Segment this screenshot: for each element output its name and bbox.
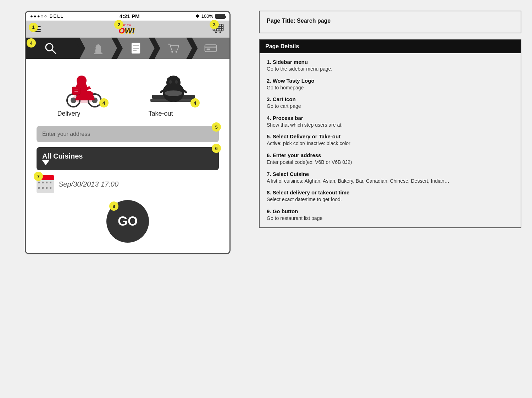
detail-title: 3. Cart Icon <box>267 96 514 102</box>
detail-item: 8. Select delivery or takeout timeSelect… <box>267 189 514 203</box>
badge-7: 7 <box>34 172 43 181</box>
payment-step-icon <box>204 43 217 53</box>
svg-point-15 <box>94 52 102 54</box>
detail-desc: Select exact date/time to get food. <box>267 196 514 203</box>
status-bar: ●●●○○ BELL 4:21 PM ✱ 100% <box>26 12 229 21</box>
status-right: ✱ 100% <box>195 13 225 19</box>
svg-point-20 <box>171 51 173 53</box>
detail-item: 6. Enter your addressEnter postal code(e… <box>267 152 514 166</box>
svg-point-14 <box>97 44 100 48</box>
cart-step-icon <box>167 43 179 54</box>
detail-desc: Enter postal code(ex: V6B or V6B 0J2) <box>267 159 514 166</box>
svg-point-44 <box>175 80 178 84</box>
svg-point-9 <box>220 32 221 33</box>
svg-line-11 <box>52 50 56 54</box>
datetime-row: 7 <box>37 175 219 193</box>
page-title: Page Title: Search page <box>267 18 331 24</box>
detail-desc: Go to homepage <box>267 84 514 92</box>
detail-desc: Go to cart page <box>267 103 514 110</box>
cal-dot <box>46 187 48 189</box>
detail-item: 3. Cart IconGo to cart page <box>267 96 514 110</box>
badge-8: 8 <box>109 201 118 211</box>
dropdown-arrow-icon <box>42 160 49 165</box>
svg-rect-22 <box>205 45 217 52</box>
cart-button[interactable]: 3 <box>212 23 224 35</box>
page-details-header: Page Details <box>260 40 521 53</box>
svg-rect-24 <box>207 49 210 50</box>
header-bar: 1 2 BETA OW! 3 <box>26 21 229 38</box>
process-step-payment[interactable] <box>192 38 229 59</box>
badge-4b: 4 <box>99 98 109 107</box>
detail-desc: Active: pick color/ Inactive: black colo… <box>267 140 514 147</box>
detail-item: 5. Select Delivery or Take-outActive: pi… <box>267 133 514 147</box>
phone-frame: ●●●○○ BELL 4:21 PM ✱ 100% 1 2 BETA <box>25 11 231 254</box>
svg-point-42 <box>166 76 181 90</box>
svg-point-45 <box>165 90 182 96</box>
detail-title: 6. Enter your address <box>267 152 514 158</box>
process-step-chef[interactable] <box>79 38 117 59</box>
cal-dot <box>50 182 51 183</box>
detail-item: 9. Go buttonGo to restaurant list page <box>267 208 514 222</box>
detail-desc: Go to the sidebar menu page. <box>267 66 514 73</box>
delivery-label: Delivery <box>57 110 81 117</box>
cal-dot <box>42 182 44 183</box>
detail-desc: A list of cuisines: Afghan, Asian, Baker… <box>267 178 514 185</box>
logo-letter-w: W! <box>125 26 135 35</box>
cal-dot <box>38 187 40 189</box>
takeout-option[interactable]: 4 <box>149 67 198 117</box>
detail-title: 5. Select Delivery or Take-out <box>267 133 514 139</box>
badge-4a: 4 <box>27 38 36 48</box>
delivery-option[interactable]: 4 <box>57 67 107 117</box>
calendar-body <box>37 180 54 193</box>
search-step-icon <box>44 42 57 55</box>
detail-item: 7. Select CuisineA list of cuisines: Afg… <box>267 171 514 185</box>
logo-area: 2 BETA OW! <box>118 23 134 35</box>
detail-title: 4. Process bar <box>267 115 514 121</box>
process-step-menu[interactable] <box>117 38 155 59</box>
datetime-text: Sep/30/2013 17:00 <box>59 180 118 188</box>
svg-point-31 <box>77 76 87 85</box>
address-input-wrap: 5 <box>37 126 219 142</box>
detail-title: 2. Wow Tasty Logo <box>267 78 514 84</box>
bluetooth-icon: ✱ <box>195 13 199 19</box>
detail-title: 7. Select Cuisine <box>267 171 514 177</box>
address-input[interactable] <box>37 126 219 142</box>
badge-5: 5 <box>212 122 221 132</box>
detail-title: 8. Select delivery or takeout time <box>267 189 514 195</box>
chef-step-icon <box>92 42 104 54</box>
badge-3: 3 <box>210 20 219 29</box>
badge-6: 6 <box>212 144 221 153</box>
phone-mockup: ●●●○○ BELL 4:21 PM ✱ 100% 1 2 BETA <box>11 11 245 387</box>
takeout-label: Take-out <box>149 110 173 117</box>
svg-rect-32 <box>72 87 80 95</box>
detail-item: 1. Sidebar menuGo to the sidebar menu pa… <box>267 59 514 73</box>
page-title-box: Page Title: Search page <box>259 11 521 33</box>
badge-1: 1 <box>29 23 38 32</box>
detail-desc: Go to restaurant list page <box>267 215 514 222</box>
cuisine-dropdown[interactable]: 6 All Cuisines <box>37 147 219 170</box>
time-display: 4:21 PM <box>120 13 140 19</box>
svg-point-43 <box>169 80 172 84</box>
go-button-wrap: 8 GO <box>37 200 219 243</box>
sidebar-menu-wrap: 1 <box>32 26 41 32</box>
calendar-wrap: 7 <box>37 175 54 193</box>
right-panel: Page Title: Search page Page Details 1. … <box>259 11 521 387</box>
menu-step-icon <box>131 42 141 54</box>
process-bar: 4 <box>26 38 229 59</box>
process-step-cart[interactable] <box>155 38 192 59</box>
battery-icon <box>215 14 225 19</box>
delivery-section: 4 <box>37 67 219 117</box>
svg-point-8 <box>215 32 217 33</box>
detail-title: 1. Sidebar menu <box>267 59 514 65</box>
battery-percent: 100% <box>201 13 213 19</box>
svg-point-21 <box>175 51 177 53</box>
detail-title: 9. Go button <box>267 208 514 214</box>
page-details-box: Page Details 1. Sidebar menuGo to the si… <box>259 39 521 228</box>
detail-item: 4. Process barShow that which step users… <box>267 115 514 129</box>
signal-text: ●●●○○ BELL <box>30 13 64 19</box>
badge-4c: 4 <box>190 98 200 107</box>
detail-desc: Show that which step users are at. <box>267 122 514 129</box>
cal-dot <box>50 187 51 189</box>
cuisine-label: All Cuisines <box>42 152 83 160</box>
page-details-content: 1. Sidebar menuGo to the sidebar menu pa… <box>260 53 521 227</box>
